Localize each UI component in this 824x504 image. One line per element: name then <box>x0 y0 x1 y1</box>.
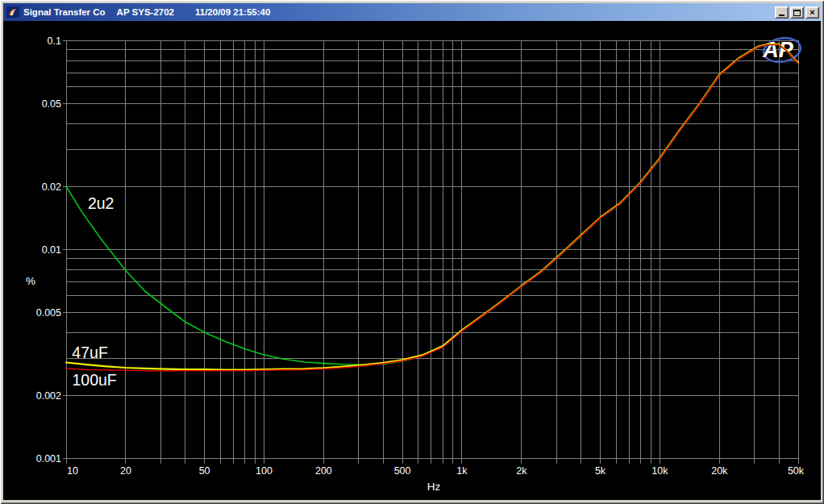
y-tick-label: 0.002 <box>36 390 61 402</box>
x-tick-label: 2k <box>516 465 527 477</box>
close-icon: × <box>809 7 814 18</box>
ap-logo-text: AP <box>762 38 793 62</box>
window-buttons: × <box>773 6 819 19</box>
x-tick-label: 200 <box>315 465 332 477</box>
y-tick-label: 0.001 <box>36 453 61 464</box>
y-tick-label: 0.05 <box>42 98 61 110</box>
curves <box>66 44 798 371</box>
maximize-icon <box>793 10 801 16</box>
title-device: AP SYS-2702 <box>117 7 174 17</box>
x-tick-label: 20 <box>120 465 131 477</box>
grid-lines <box>66 40 798 458</box>
curve-annotations: 2u247uF100uF <box>72 194 116 389</box>
curve-label-100uF: 100uF <box>72 371 116 389</box>
x-tick-label: 100 <box>256 465 273 477</box>
minimize-button[interactable] <box>775 6 789 19</box>
chart-canvas: 1020501002005001k2k5k10k20k50k0.10.050.0… <box>3 21 821 500</box>
x-tick-label: 500 <box>394 465 411 477</box>
y-tick-label: 0.005 <box>36 307 61 319</box>
axis-labels: 1020501002005001k2k5k10k20k50k0.10.050.0… <box>26 35 805 494</box>
x-axis-unit: Hz <box>427 481 441 493</box>
curve-100uF <box>66 44 798 370</box>
x-tick-label: 50 <box>199 465 210 477</box>
ap-app-icon <box>6 6 19 19</box>
curve-label-47uF: 47uF <box>72 344 108 361</box>
axis-ticks <box>63 40 798 464</box>
curve-2u2 <box>66 44 798 364</box>
plot-client-area: 1020501002005001k2k5k10k20k50k0.10.050.0… <box>3 21 821 500</box>
x-tick-label: 20k <box>711 465 728 477</box>
y-tick-label: 0.1 <box>48 35 61 47</box>
x-tick-label: 5k <box>595 465 606 477</box>
y-tick-label: 0.02 <box>42 181 61 193</box>
title-datetime: 11/20/09 21:55:40 <box>195 7 270 17</box>
y-tick-label: 0.01 <box>42 244 61 256</box>
y-axis-unit: % <box>26 275 35 287</box>
x-tick-label: 1k <box>456 465 468 477</box>
x-tick-label: 10 <box>67 465 78 477</box>
x-tick-label: 10k <box>651 465 668 477</box>
close-button[interactable]: × <box>805 6 819 19</box>
title-bar[interactable]: Signal Transfer Co AP SYS-2702 11/20/09 … <box>3 3 821 21</box>
app-window: Signal Transfer Co AP SYS-2702 11/20/09 … <box>0 0 824 504</box>
title-app-name: Signal Transfer Co <box>23 7 106 17</box>
curve-47uF <box>66 44 798 370</box>
curve-label-2u2: 2u2 <box>88 194 114 212</box>
x-tick-label: 50k <box>788 465 805 477</box>
maximize-button[interactable] <box>790 6 804 19</box>
minimize-icon <box>779 15 784 16</box>
